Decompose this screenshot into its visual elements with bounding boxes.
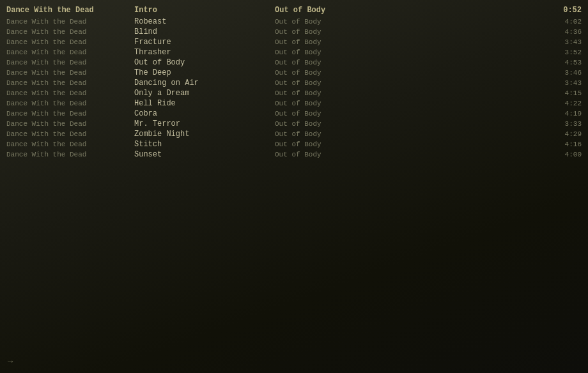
table-row[interactable]: Dance With the DeadMr. TerrorOut of Body… (0, 119, 588, 129)
track-title: Out of Body (134, 58, 275, 67)
track-artist: Dance With the Dead (6, 69, 134, 77)
track-duration: 4:15 (543, 89, 582, 97)
track-artist: Dance With the Dead (6, 151, 134, 158)
header-artist: Dance With the Dead (6, 6, 134, 15)
track-duration: 4:16 (543, 141, 582, 148)
track-duration: 4:53 (543, 59, 582, 66)
table-row[interactable]: Dance With the DeadThrasherOut of Body3:… (0, 47, 588, 57)
table-row[interactable]: Dance With the DeadRobeastOut of Body4:0… (0, 17, 588, 27)
track-title: Sunset (134, 150, 275, 159)
track-title: Cobra (134, 109, 275, 118)
track-duration: 4:29 (543, 130, 582, 138)
table-row[interactable]: Dance With the DeadZombie NightOut of Bo… (0, 129, 588, 139)
track-duration: 4:00 (543, 151, 582, 158)
table-row[interactable]: Dance With the DeadFractureOut of Body3:… (0, 37, 588, 47)
track-title: Robeast (134, 17, 275, 26)
table-row[interactable]: Dance With the DeadOnly a DreamOut of Bo… (0, 88, 588, 98)
track-artist: Dance With the Dead (6, 38, 134, 46)
track-album: Out of Body (275, 18, 543, 26)
track-album: Out of Body (275, 130, 543, 138)
track-title: Fracture (134, 38, 275, 47)
track-artist: Dance With the Dead (6, 110, 134, 118)
track-list-header: Dance With the Dead Intro Out of Body 0:… (0, 5, 588, 15)
track-title: Stitch (134, 140, 275, 149)
track-artist: Dance With the Dead (6, 28, 134, 36)
track-list: Dance With the Dead Intro Out of Body 0:… (0, 0, 588, 165)
track-title: Thrasher (134, 48, 275, 57)
track-duration: 4:19 (543, 110, 582, 118)
table-row[interactable]: Dance With the DeadSunsetOut of Body4:00 (0, 149, 588, 160)
track-album: Out of Body (275, 151, 543, 158)
track-album: Out of Body (275, 110, 543, 118)
track-artist: Dance With the Dead (6, 89, 134, 97)
table-row[interactable]: Dance With the DeadCobraOut of Body4:19 (0, 109, 588, 119)
track-title: Blind (134, 27, 275, 36)
track-title: Hell Ride (134, 99, 275, 108)
track-artist: Dance With the Dead (6, 120, 134, 128)
header-duration: 0:52 (543, 6, 582, 15)
table-row[interactable]: Dance With the DeadDancing on AirOut of … (0, 78, 588, 88)
track-album: Out of Body (275, 49, 543, 56)
track-artist: Dance With the Dead (6, 79, 134, 87)
track-artist: Dance With the Dead (6, 130, 134, 138)
track-artist: Dance With the Dead (6, 18, 134, 26)
track-album: Out of Body (275, 120, 543, 128)
track-title: Zombie Night (134, 130, 275, 139)
track-artist: Dance With the Dead (6, 141, 134, 148)
track-album: Out of Body (275, 38, 543, 46)
table-row[interactable]: Dance With the DeadStitchOut of Body4:16 (0, 139, 588, 149)
table-row[interactable]: Dance With the DeadThe DeepOut of Body3:… (0, 68, 588, 78)
track-duration: 3:43 (543, 38, 582, 46)
header-album: Out of Body (275, 6, 543, 15)
table-row[interactable]: Dance With the DeadOut of BodyOut of Bod… (0, 57, 588, 68)
track-album: Out of Body (275, 69, 543, 77)
track-album: Out of Body (275, 141, 543, 148)
track-album: Out of Body (275, 59, 543, 66)
table-row[interactable]: Dance With the DeadBlindOut of Body4:36 (0, 27, 588, 37)
track-duration: 4:22 (543, 100, 582, 107)
table-row[interactable]: Dance With the DeadHell RideOut of Body4… (0, 98, 588, 109)
track-duration: 4:36 (543, 28, 582, 36)
track-duration: 4:02 (543, 18, 582, 26)
track-artist: Dance With the Dead (6, 59, 134, 66)
track-title: The Deep (134, 68, 275, 77)
header-title: Intro (134, 6, 275, 15)
track-artist: Dance With the Dead (6, 100, 134, 107)
track-title: Mr. Terror (134, 119, 275, 128)
track-title: Only a Dream (134, 89, 275, 98)
track-album: Out of Body (275, 28, 543, 36)
track-duration: 3:46 (543, 69, 582, 77)
track-title: Dancing on Air (134, 79, 275, 88)
track-album: Out of Body (275, 100, 543, 107)
track-duration: 3:52 (543, 49, 582, 56)
track-duration: 3:33 (543, 120, 582, 128)
bottom-arrow-icon: → (8, 356, 13, 367)
track-album: Out of Body (275, 79, 543, 87)
track-duration: 3:43 (543, 79, 582, 87)
track-album: Out of Body (275, 89, 543, 97)
track-artist: Dance With the Dead (6, 49, 134, 56)
